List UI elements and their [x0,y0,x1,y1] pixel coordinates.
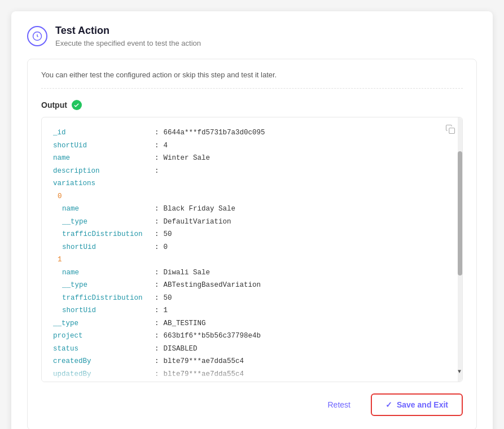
val-id: 6644a***fd5731b7a3d0c095 [164,126,265,139]
key-var1-traffic: trafficDistribution [53,292,155,305]
copy-button[interactable] [445,124,455,139]
output-row-name: name : Winter Sale [53,152,451,165]
val-var1-traffic: 50 [164,292,172,305]
val-createdby: blte79***ae7dda55c4 [164,355,244,368]
key-status: status [53,343,155,356]
idx-1: 1 [53,253,62,266]
key-var1-type: __type [53,279,155,292]
val-status: DISABLED [164,343,198,356]
output-row-status: status : DISABLED [53,343,451,356]
val-name: Winter Sale [164,152,211,165]
key-type: __type [53,317,155,330]
scrollbar-thumb[interactable] [458,151,462,275]
header: Test Action Execute the specified event … [27,25,477,47]
output-row-var1-shortuid: shortUid : 1 [53,304,451,317]
output-row-var1-idx: 1 [53,253,451,266]
output-row-createdby: createdBy : blte79***ae7dda55c4 [53,355,451,368]
output-row-var0-idx: 0 [53,190,451,203]
key-updatedby: updatedBy [53,368,155,381]
header-text: Test Action Execute the specified event … [55,25,201,47]
key-var0-traffic: trafficDistribution [53,228,155,241]
key-var0-type: __type [53,216,155,229]
key-createdby: createdBy [53,355,155,368]
output-row-var0-shortuid: shortUid : 0 [53,241,451,254]
output-row-project: project : 663b1f6**b5b56c37798e4b [53,330,451,343]
val-var1-type: ABTestingBasedVariation [164,279,261,292]
key-id: _id [53,126,155,139]
output-row-shortuid: shortUid : 4 [53,139,451,152]
val-var1-shortuid: 1 [164,304,168,317]
key-var1-shortuid: shortUid [53,304,155,317]
key-variations: variations [53,177,155,190]
val-project: 663b1f6**b5b56c37798e4b [164,330,261,343]
idx-0: 0 [53,190,62,203]
val-var0-type: DefaultVariation [164,216,231,229]
info-text: You can either test the configured actio… [41,71,463,89]
output-row-var0-traffic: trafficDistribution : 50 [53,228,451,241]
save-exit-label: Save and Exit [397,400,448,409]
save-exit-check-icon: ✓ [385,400,392,409]
key-description: description [53,165,155,178]
output-header: Output [41,100,463,110]
output-row-var1-traffic: trafficDistribution : 50 [53,292,451,305]
output-row-id: _id : 6644a***fd5731b7a3d0c095 [53,126,451,139]
test-action-icon [27,26,47,46]
output-row-updatedby: updatedBy : blte79***ae7dda55c4 [53,368,451,381]
key-shortuid: shortUid [53,139,155,152]
output-row-var1-name: name : Diwali Sale [53,266,451,279]
output-row-variations: variations [53,177,451,190]
val-var0-traffic: 50 [164,228,172,241]
val-shortuid: 4 [164,139,168,152]
page-container: Test Action Execute the specified event … [11,11,493,429]
save-exit-button[interactable]: ✓ Save and Exit [371,393,463,416]
page-subtitle: Execute the specified event to test the … [55,39,201,47]
output-content: _id : 6644a***fd5731b7a3d0c095 shortUid … [53,126,451,382]
key-var0-shortuid: shortUid [53,241,155,254]
svg-rect-1 [449,128,455,134]
val-var0-shortuid: 0 [164,241,168,254]
output-check-icon [72,100,82,110]
val-var0-name: Black Friday Sale [164,203,236,216]
key-audiences: referredAudiences [53,380,155,382]
page-title: Test Action [55,25,201,37]
output-row-audiences: referredAudiences [53,380,451,382]
key-name: name [53,152,155,165]
key-project: project [53,330,155,343]
retest-button[interactable]: Retest [316,395,361,415]
output-row-var0-name: name : Black Friday Sale [53,203,451,216]
output-row-description: description : [53,165,451,178]
output-row-var1-type: __type : ABTestingBasedVariation [53,279,451,292]
output-row-type: __type : AB_TESTING [53,317,451,330]
val-updatedby: blte79***ae7dda55c4 [164,368,244,381]
output-row-var0-type: __type : DefaultVariation [53,216,451,229]
key-var1-name: name [53,266,155,279]
scroll-down-arrow[interactable]: ▼ [458,367,461,377]
output-label: Output [41,100,67,110]
main-card: You can either test the configured actio… [27,59,477,429]
val-var1-name: Diwali Sale [164,266,211,279]
val-type: AB_TESTING [164,317,206,330]
footer: Retest ✓ Save and Exit [41,393,463,416]
key-var0-name: name [53,203,155,216]
scrollbar-track: ▼ [458,117,462,382]
output-box: _id : 6644a***fd5731b7a3d0c095 shortUid … [41,117,463,382]
